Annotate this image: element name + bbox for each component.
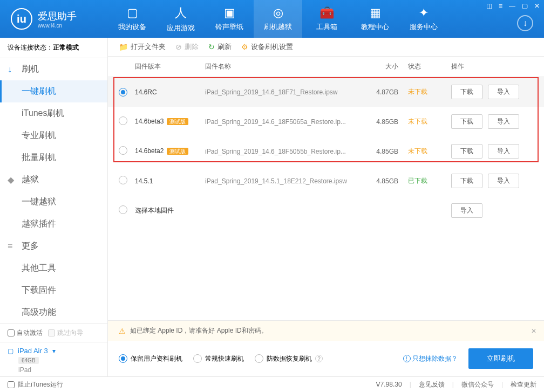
sidebar-item[interactable]: 高级功能 xyxy=(0,301,107,324)
download-indicator-icon[interactable]: ↓ xyxy=(517,15,533,31)
firmware-size: 4.85GB xyxy=(361,177,398,185)
nav-tab-label: 工具箱 xyxy=(316,22,337,32)
nav-tab[interactable]: ▦教程中心 xyxy=(351,0,399,38)
firmware-status: 未下载 xyxy=(398,117,441,126)
firmware-name: iPad_Spring_2019_14.6_18F5065a_Restore.i… xyxy=(205,118,361,126)
block-itunes-checkbox[interactable]: 阻止iTunes运行 xyxy=(8,380,63,389)
import-button[interactable]: 导入 xyxy=(488,174,519,188)
firmware-row: 选择本地固件 导入 xyxy=(108,196,544,225)
erase-data-link[interactable]: ! 只想抹除数据？ xyxy=(403,354,458,363)
maximize-icon[interactable]: ▢ xyxy=(522,2,528,10)
skip-guide-checkbox[interactable]: 跳过向导 xyxy=(48,328,83,338)
row-radio[interactable] xyxy=(119,88,127,97)
sidebar-group-head[interactable]: ↓刷机 xyxy=(0,58,107,80)
sidebar-item[interactable]: 一键越狱 xyxy=(0,191,107,213)
firmware-status: 未下载 xyxy=(398,87,441,97)
sidebar-item[interactable]: 批量刷机 xyxy=(0,147,107,169)
firmware-version: 14.6beta3 xyxy=(135,118,164,125)
download-button[interactable]: 下载 xyxy=(451,174,482,188)
nav-tab-icon: ▣ xyxy=(224,6,235,20)
logo: iu 爱思助手 www.i4.cn xyxy=(0,8,108,30)
row-radio[interactable] xyxy=(119,146,127,155)
firmware-size: 4.85GB xyxy=(361,118,398,126)
nav-tab[interactable]: ◎刷机越狱 xyxy=(254,0,302,38)
main-content: 📁打开文件夹 ⊘删除 ↻刷新 ⚙设备刷机设置 固件版本 固件名称 大小 状态 操… xyxy=(108,38,544,376)
notice-close-icon[interactable]: ✕ xyxy=(531,327,536,335)
close-icon[interactable]: ✕ xyxy=(534,2,540,10)
refresh-button[interactable]: ↻刷新 xyxy=(208,42,232,52)
row-radio[interactable] xyxy=(119,116,127,125)
firmware-row: 14.6RC iPad_Spring_2019_14.6_18F71_Resto… xyxy=(108,77,544,107)
download-button[interactable]: 下载 xyxy=(451,144,482,159)
device-type: iPad xyxy=(8,366,31,374)
nav-tab-icon: ▢ xyxy=(127,6,138,20)
firmware-size: 4.85GB xyxy=(361,148,398,155)
sidebar-item[interactable]: 越狱插件 xyxy=(0,213,107,235)
import-button[interactable]: 导入 xyxy=(488,144,519,159)
import-button[interactable]: 导入 xyxy=(451,203,482,218)
nav-tab[interactable]: 人应用游戏 xyxy=(157,0,205,38)
firmware-row: 14.6beta3测试版 iPad_Spring_2019_14.6_18F50… xyxy=(108,107,544,136)
settings-button[interactable]: ⚙设备刷机设置 xyxy=(241,42,293,52)
mode-normal[interactable]: 常规快速刷机 xyxy=(193,354,244,363)
nav-tab-label: 教程中心 xyxy=(361,22,389,32)
sidebar-item[interactable]: 下载固件 xyxy=(0,279,107,301)
sidebar-group-icon: ◆ xyxy=(8,175,17,185)
sidebar-item[interactable]: 专业刷机 xyxy=(0,125,107,147)
nav-tab-icon: ◎ xyxy=(273,6,283,20)
nav-tab-label: 服务中心 xyxy=(410,22,438,32)
nav-tab-icon: 人 xyxy=(175,5,187,21)
sidebar-group-icon: ≡ xyxy=(8,242,17,251)
nav-tab[interactable]: ✦服务中心 xyxy=(399,0,448,38)
mode-anti-recovery[interactable]: 防数据恢复刷机? xyxy=(255,354,323,363)
import-button[interactable]: 导入 xyxy=(488,85,519,99)
firmware-row: 14.5.1 iPad_Spring_2019_14.5.1_18E212_Re… xyxy=(108,166,544,196)
import-button[interactable]: 导入 xyxy=(488,114,519,129)
nav-tab[interactable]: 🧰工具箱 xyxy=(302,0,351,38)
toolbar: 📁打开文件夹 ⊘删除 ↻刷新 ⚙设备刷机设置 xyxy=(108,38,544,57)
footer: 阻止iTunes运行 V7.98.30| 意见反馈| 微信公众号| 检查更新 xyxy=(0,376,544,392)
storage-badge: 64GB xyxy=(18,357,39,364)
mode-keep-data[interactable]: 保留用户资料刷机 xyxy=(119,354,182,363)
firmware-version: 14.6beta2 xyxy=(135,147,164,155)
flash-now-button[interactable]: 立即刷机 xyxy=(468,348,533,369)
app-header: iu 爱思助手 www.i4.cn ▢我的设备人应用游戏▣铃声壁纸◎刷机越狱🧰工… xyxy=(0,0,544,38)
open-folder-button[interactable]: 📁打开文件夹 xyxy=(119,42,166,52)
help-icon[interactable]: ? xyxy=(315,355,323,362)
row-radio[interactable] xyxy=(119,176,127,184)
connection-status: 设备连接状态：正常模式 xyxy=(0,38,107,58)
sidebar-group-head[interactable]: ≡更多 xyxy=(0,235,107,257)
firmware-status: 未下载 xyxy=(398,147,441,156)
nav-tab[interactable]: ▣铃声壁纸 xyxy=(205,0,254,38)
sidebar-group-head[interactable]: ◆越狱 xyxy=(0,169,107,191)
firmware-status: 已下载 xyxy=(398,176,441,185)
auto-activate-checkbox[interactable]: 自动激活 xyxy=(8,328,43,338)
notice-bar: ⚠ 如已绑定 Apple ID，请准备好 Apple ID和密码。 ✕ xyxy=(108,321,544,341)
wechat-link[interactable]: 微信公众号 xyxy=(461,380,494,389)
nav-tab-label: 铃声壁纸 xyxy=(215,22,243,32)
skin-icon[interactable]: ◫ xyxy=(486,2,492,10)
window-controls: ◫ ≡ — ▢ ✕ xyxy=(486,2,540,10)
delete-button[interactable]: ⊘删除 xyxy=(175,42,199,52)
sidebar-group-icon: ↓ xyxy=(8,65,17,74)
app-logo-icon: iu xyxy=(11,8,32,30)
minimize-icon[interactable]: — xyxy=(509,2,515,10)
row-radio[interactable] xyxy=(119,205,127,214)
version-label: V7.98.30 xyxy=(376,381,402,388)
sidebar-item[interactable]: 一键刷机 xyxy=(0,80,107,102)
feedback-link[interactable]: 意见反馈 xyxy=(419,380,445,389)
menu-icon[interactable]: ≡ xyxy=(499,2,502,10)
firmware-name: iPad_Spring_2019_14.6_18F5055b_Restore.i… xyxy=(205,148,361,155)
nav-tab-label: 应用游戏 xyxy=(167,23,195,33)
download-button[interactable]: 下载 xyxy=(451,85,482,99)
firmware-size: 4.87GB xyxy=(361,88,398,96)
app-subtitle: www.i4.cn xyxy=(38,23,77,29)
app-title: 爱思助手 xyxy=(38,10,77,23)
sidebar-item[interactable]: iTunes刷机 xyxy=(0,102,107,125)
device-dropdown-icon[interactable]: ▾ xyxy=(52,347,56,355)
download-button[interactable]: 下载 xyxy=(451,114,482,129)
nav-tab[interactable]: ▢我的设备 xyxy=(108,0,157,38)
check-update-link[interactable]: 检查更新 xyxy=(511,380,536,389)
sidebar-item[interactable]: 其他工具 xyxy=(0,257,107,279)
firmware-name: iPad_Spring_2019_14.6_18F71_Restore.ipsw xyxy=(205,88,361,96)
